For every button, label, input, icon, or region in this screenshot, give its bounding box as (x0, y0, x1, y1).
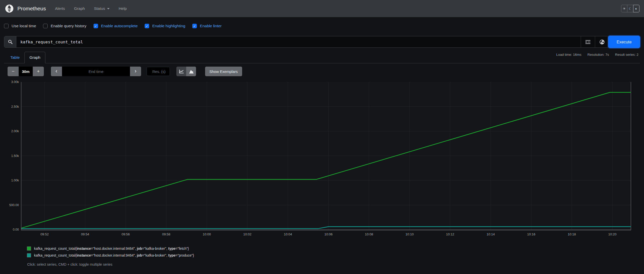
option-label: Use local time (12, 24, 36, 28)
sun-icon: ☀ (623, 7, 626, 11)
checkbox-checked[interactable]: ✓ (145, 24, 149, 28)
x-axis-label: 10:12 (446, 232, 454, 236)
theme-auto-button[interactable]: ◐ (633, 5, 639, 12)
x-axis-label: 09:56 (122, 232, 130, 236)
tab-graph[interactable]: Graph (24, 52, 45, 63)
nav-item-graph[interactable]: Graph (74, 6, 85, 11)
x-axis-label: 10:02 (243, 232, 251, 236)
theme-dark-button[interactable]: ☾ (627, 5, 633, 12)
option-use-local-time[interactable]: Use local time (4, 24, 36, 28)
theme-light-button[interactable]: ☀ (621, 5, 627, 12)
caret-down-icon (107, 8, 110, 9)
y-axis-label: 0.00 (13, 228, 19, 231)
graph-controls: − + ‹ › Show Exemplars (8, 67, 640, 76)
series-line (21, 227, 631, 229)
range-decrease-button[interactable]: − (8, 67, 19, 76)
legend-swatch (27, 254, 31, 257)
x-axis-label: 10:00 (203, 232, 211, 236)
y-axis-label: 2.50k (11, 105, 19, 108)
nav-item-help[interactable]: Help (119, 6, 127, 11)
x-axis-label: 10:04 (284, 232, 292, 236)
x-axis-label: 09:52 (41, 232, 49, 236)
range-stepper: − + (8, 67, 44, 76)
moon-icon: ☾ (629, 7, 632, 11)
legend-item[interactable]: kafka_request_count_total{instance="host… (27, 253, 644, 257)
x-axis-label: 10:10 (405, 232, 414, 236)
legend-item[interactable]: kafka_request_count_total{instance="host… (27, 246, 644, 251)
option-enable-highlighting[interactable]: ✓Enable highlighting (145, 24, 185, 28)
metrics-explorer-icon (585, 40, 591, 44)
nav-item-alerts[interactable]: Alerts (55, 6, 65, 11)
query-bar: Execute (4, 36, 640, 48)
legend: kafka_request_count_total{instance="host… (27, 246, 644, 257)
option-label: Enable autocomplete (101, 24, 138, 28)
time-forward-button[interactable]: › (130, 67, 141, 76)
resolution-input[interactable] (147, 67, 170, 76)
resolution: Resolution: 7s (587, 53, 609, 57)
query-options: Use local timeEnable query history✓Enabl… (4, 23, 644, 29)
search-icon (4, 36, 16, 47)
chart-canvas (21, 82, 631, 230)
option-enable-query-history[interactable]: Enable query history (43, 24, 86, 28)
area-chart-icon (189, 69, 194, 74)
metrics-explorer-button[interactable] (581, 36, 595, 47)
app-title[interactable]: Prometheus (17, 6, 46, 12)
stacked-chart-toggle[interactable] (186, 67, 196, 76)
x-axis-label: 09:58 (162, 232, 171, 236)
x-axis-label: 10:14 (487, 232, 495, 236)
y-axis-label: 1.50k (11, 154, 19, 158)
x-axis-label: 10:16 (527, 232, 535, 236)
end-time-input[interactable] (62, 67, 130, 76)
x-axis-label: 09:54 (81, 232, 89, 236)
theme-toggle-group: ☀☾◐ (621, 5, 639, 12)
range-input[interactable] (19, 67, 33, 76)
line-chart-icon (179, 69, 184, 74)
series-line (21, 92, 631, 228)
option-enable-linter[interactable]: ✓Enable linter (192, 24, 221, 28)
show-exemplars-button[interactable]: Show Exemplars (205, 67, 242, 76)
checkbox-unchecked[interactable] (4, 24, 9, 28)
query-input[interactable] (16, 36, 581, 47)
time-navigation: ‹ › (51, 67, 141, 76)
plot-area[interactable]: 0.00500.001.00k1.50k2.00k2.50k3.00k 09:5… (21, 82, 631, 230)
x-axis-label: 10:20 (608, 232, 617, 236)
query-input-group (4, 36, 609, 48)
option-label: Enable linter (200, 24, 221, 28)
y-axis-label: 1.00k (11, 179, 19, 182)
result-series: Result series: 2 (615, 53, 638, 57)
adjust-icon: ◐ (635, 7, 637, 11)
prometheus-logo-icon[interactable] (5, 4, 14, 13)
navbar: Prometheus AlertsGraphStatusHelp ☀☾◐ (0, 0, 644, 17)
load-time: Load time: 16ms (556, 53, 582, 57)
explain-globe-button[interactable] (595, 36, 609, 47)
checkbox-unchecked[interactable] (43, 24, 48, 28)
range-increase-button[interactable]: + (33, 67, 44, 76)
option-label: Enable query history (51, 24, 86, 28)
option-enable-autocomplete[interactable]: ✓Enable autocomplete (93, 24, 138, 28)
main-nav: AlertsGraphStatusHelp (55, 6, 127, 11)
result-tabs: Table Graph Load time: 16ms Resolution: … (4, 51, 640, 63)
chart-type-toggle (176, 67, 196, 76)
y-axis-label: 500.00 (9, 203, 19, 207)
graph-panel: 0.00500.001.00k1.50k2.00k2.50k3.00k 09:5… (21, 82, 631, 230)
execute-button[interactable]: Execute (608, 36, 640, 48)
option-label: Enable highlighting (152, 24, 185, 28)
legend-swatch (27, 247, 31, 250)
legend-hint: Click: select series, CMD + click: toggl… (27, 262, 644, 266)
line-chart-toggle[interactable] (176, 67, 186, 76)
time-back-button[interactable]: ‹ (51, 67, 62, 76)
x-axis-label: 10:18 (568, 232, 576, 236)
legend-series-name: kafka_request_count_total{instance="host… (34, 253, 194, 257)
nav-item-status[interactable]: Status (94, 6, 110, 11)
checkbox-checked[interactable]: ✓ (192, 24, 197, 28)
checkbox-checked[interactable]: ✓ (93, 24, 98, 28)
query-stats: Load time: 16ms Resolution: 7s Result se… (556, 53, 638, 57)
legend-series-name: kafka_request_count_total{instance="host… (34, 246, 189, 251)
tab-table[interactable]: Table (6, 52, 24, 63)
x-axis-label: 10:08 (365, 232, 373, 236)
y-axis-label: 2.00k (11, 129, 19, 133)
x-axis-label: 10:06 (324, 232, 333, 236)
globe-icon (599, 39, 605, 45)
y-axis-label: 3.00k (11, 80, 19, 84)
